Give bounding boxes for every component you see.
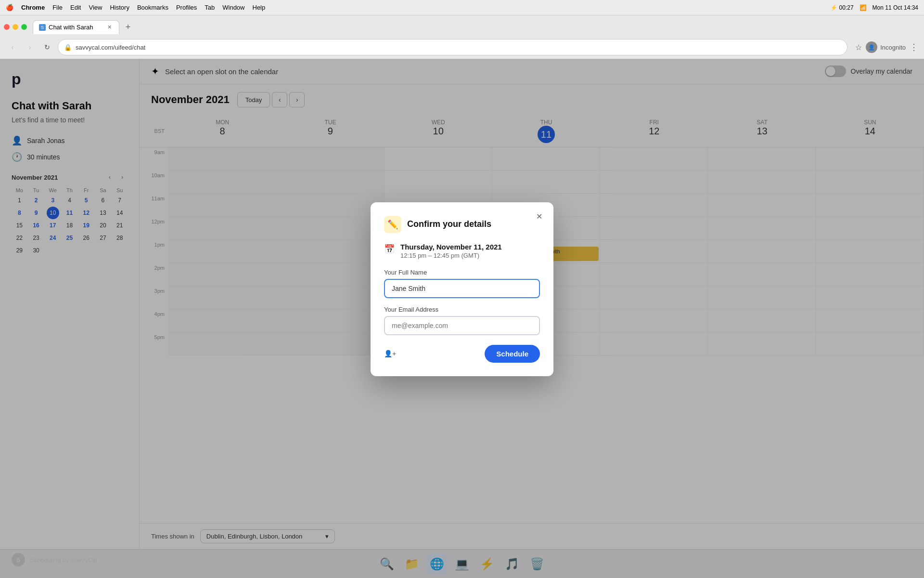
nav-right: ☆ 👤 Incognito ⋮ <box>855 41 918 53</box>
new-tab-btn[interactable]: + <box>121 20 135 34</box>
menubar-right: ⚡ 00:27 📶 Mon 11 Oct 14:34 <box>830 4 918 11</box>
add-guest-btn[interactable]: 👤+ <box>384 350 396 357</box>
tab-favicon: S <box>39 24 46 31</box>
full-name-label: Your Full Name <box>384 269 540 276</box>
address-bar[interactable]: 🔒 savvycal.com/uifeed/chat <box>58 39 847 55</box>
menu-file[interactable]: File <box>52 4 63 11</box>
menu-edit[interactable]: Edit <box>70 4 81 11</box>
tab-title: Chat with Sarah <box>49 24 93 31</box>
clock: Mon 11 Oct 14:34 <box>873 4 918 11</box>
modal-icon: ✏️ <box>384 216 401 233</box>
calendar-icon: 📅 <box>384 244 395 254</box>
bookmark-btn[interactable]: ☆ <box>855 43 862 52</box>
active-tab[interactable]: S Chat with Sarah ✕ <box>33 20 119 34</box>
incognito-indicator: 👤 Incognito <box>866 41 906 53</box>
menu-tab[interactable]: Tab <box>205 4 215 11</box>
battery-time: ⚡ 00:27 <box>830 4 853 11</box>
maximize-btn[interactable] <box>21 24 27 30</box>
add-guest-icon: 👤+ <box>384 350 396 357</box>
modal-date-main: Thursday, November 11, 2021 <box>400 243 502 251</box>
menu-history[interactable]: History <box>110 4 129 11</box>
modal-footer: 👤+ Schedule <box>384 345 540 363</box>
email-group: Your Email Address <box>384 306 540 335</box>
app-name: Chrome <box>21 4 45 11</box>
email-label: Your Email Address <box>384 306 540 313</box>
menu-bookmarks[interactable]: Bookmarks <box>137 4 168 11</box>
email-input[interactable] <box>384 316 540 335</box>
modal-date-sub: 12:15 pm – 12:45 pm (GMT) <box>400 252 502 259</box>
menu-window[interactable]: Window <box>222 4 244 11</box>
minimize-btn[interactable] <box>13 24 18 30</box>
tab-close-btn[interactable]: ✕ <box>105 24 113 31</box>
modal-date-text: Thursday, November 11, 2021 12:15 pm – 1… <box>400 243 502 259</box>
wifi-icon: 📶 <box>860 4 867 11</box>
apple-icon[interactable]: 🍎 <box>6 4 13 11</box>
tab-bar: S Chat with Sarah ✕ + <box>0 15 924 36</box>
menu-help[interactable]: Help <box>253 4 266 11</box>
menu-view[interactable]: View <box>89 4 102 11</box>
modal-title: Confirm your details <box>407 219 491 229</box>
menu-profiles[interactable]: Profiles <box>176 4 197 11</box>
forward-btn[interactable]: › <box>23 40 37 54</box>
menu-dots[interactable]: ⋮ <box>910 42 918 53</box>
incognito-icon: 👤 <box>866 41 877 53</box>
browser-chrome: S Chat with Sarah ✕ + ‹ › ↻ 🔒 savvycal.c… <box>0 15 924 59</box>
modal-overlay: ✏️ Confirm your details ✕ 📅 Thursday, No… <box>0 0 924 578</box>
modal-date-row: 📅 Thursday, November 11, 2021 12:15 pm –… <box>384 243 540 259</box>
nav-bar: ‹ › ↻ 🔒 savvycal.com/uifeed/chat ☆ 👤 Inc… <box>0 36 924 59</box>
lock-icon: 🔒 <box>64 44 72 51</box>
confirm-details-modal: ✏️ Confirm your details ✕ 📅 Thursday, No… <box>371 202 553 376</box>
modal-header: ✏️ Confirm your details <box>384 216 540 233</box>
refresh-btn[interactable]: ↻ <box>40 40 54 54</box>
incognito-label: Incognito <box>880 44 906 51</box>
full-name-group: Your Full Name <box>384 269 540 298</box>
menubar: 🍎 Chrome File Edit View History Bookmark… <box>0 0 924 15</box>
modal-close-btn[interactable]: ✕ <box>532 210 546 223</box>
schedule-btn[interactable]: Schedule <box>485 345 540 363</box>
back-btn[interactable]: ‹ <box>6 40 19 54</box>
close-window-btn[interactable] <box>4 24 10 30</box>
full-name-input[interactable] <box>384 279 540 298</box>
url-text: savvycal.com/uifeed/chat <box>76 44 841 51</box>
